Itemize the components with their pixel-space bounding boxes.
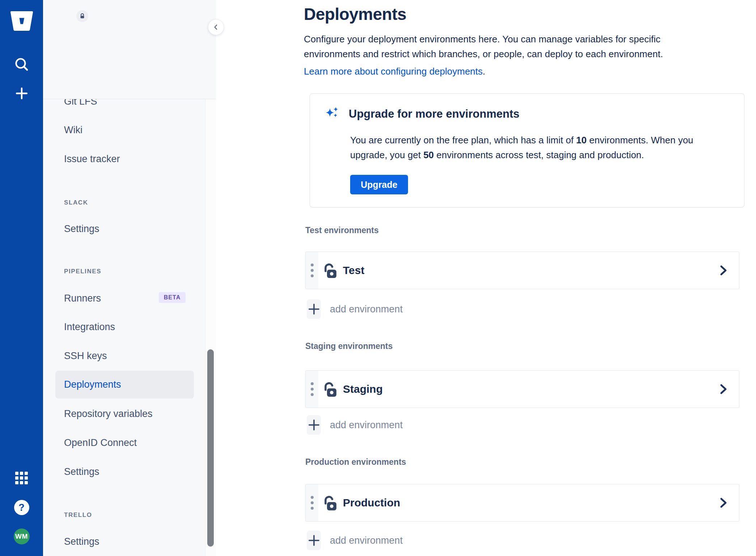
sidebar-item-runners[interactable]: Runners	[64, 291, 101, 306]
drag-handle[interactable]	[306, 371, 318, 408]
upgrade-card-body: You are currently on the free plan, whic…	[350, 133, 714, 163]
bitbucket-logo-icon	[10, 10, 33, 31]
sidebar-item-repository-variables[interactable]: Repository variables	[64, 407, 153, 421]
plus-icon	[307, 531, 321, 550]
plus-icon	[15, 87, 29, 100]
lock-icon	[79, 13, 85, 19]
sidebar-item-label: Wiki	[64, 125, 82, 136]
plus-icon	[307, 299, 321, 319]
sidebar-section-label: SLACK	[64, 199, 88, 206]
add-environment-button-production[interactable]: add environment	[305, 531, 403, 550]
sidebar-item-label: Repository variables	[64, 408, 153, 420]
search-button[interactable]	[0, 56, 43, 73]
add-environment-label: add environment	[330, 420, 403, 431]
chevron-left-icon	[212, 24, 220, 31]
page-title: Deployments	[304, 4, 406, 24]
sparkles-icon	[323, 106, 340, 125]
sidebar-item-ssh-keys[interactable]: SSH keys	[64, 349, 107, 363]
sidebar-item-deployments[interactable]: Deployments	[55, 371, 194, 399]
chevron-right-icon[interactable]	[719, 384, 727, 395]
beta-badge: BETA	[159, 292, 186, 303]
apps-grid-icon	[15, 472, 28, 484]
staging-environments-label: Staging environments	[305, 341, 393, 351]
sidebar-item-integrations[interactable]: Integrations	[64, 320, 115, 334]
unlock-icon	[321, 262, 338, 279]
page-description: Configure your deployment environments h…	[304, 32, 714, 62]
bitbucket-deployments-page: ? WM Git LFS Wiki Issue tracker SLACK Se…	[0, 0, 756, 556]
environment-row-staging[interactable]: Staging	[305, 370, 739, 408]
link-suffix: .	[483, 66, 485, 77]
collapse-sidebar-button[interactable]	[208, 19, 224, 35]
drag-handle[interactable]	[306, 484, 318, 521]
sidebar-section-trello: TRELLO	[64, 511, 92, 519]
sidebar-item-label: Settings	[64, 466, 99, 477]
sidebar-item-label: SSH keys	[64, 350, 107, 362]
avatar: WM	[14, 528, 30, 544]
environment-name: Production	[343, 497, 400, 509]
environment-row-production[interactable]: Production	[305, 484, 739, 522]
chevron-right-icon[interactable]	[719, 265, 727, 276]
sidebar-item-label: Integrations	[64, 321, 115, 333]
env-limit-free: 10	[576, 135, 587, 146]
unlock-icon	[321, 381, 338, 397]
plus-icon	[307, 415, 321, 435]
upgrade-card-heading: Upgrade for more environments	[349, 108, 519, 121]
profile-avatar-button[interactable]: WM	[0, 528, 43, 544]
sidebar-item-label: OpenID Connect	[64, 437, 137, 448]
sidebar-scrollbar-thumb[interactable]	[207, 349, 214, 547]
environment-name: Staging	[343, 383, 383, 395]
global-nav-rail: ? WM	[0, 0, 43, 556]
sidebar-section-slack: SLACK	[64, 198, 88, 207]
help-icon: ?	[14, 500, 29, 515]
sidebar-item-wiki[interactable]: Wiki	[64, 123, 82, 137]
search-icon	[14, 56, 30, 72]
drag-handle[interactable]	[306, 252, 318, 289]
learn-more-line: Learn more about configuring deployments…	[304, 66, 485, 77]
upgrade-button[interactable]: Upgrade	[350, 175, 408, 194]
add-environment-button-test[interactable]: add environment	[305, 299, 403, 319]
production-environments-label: Production environments	[305, 457, 406, 467]
sidebar-item-label: Deployments	[64, 379, 121, 390]
sidebar-item-slack-settings[interactable]: Settings	[64, 222, 99, 236]
sidebar-section-label: PIPELINES	[64, 268, 101, 275]
sidebar-item-label: Settings	[64, 536, 99, 547]
help-button[interactable]: ?	[0, 500, 43, 515]
add-environment-label: add environment	[330, 535, 403, 546]
bitbucket-logo[interactable]	[0, 9, 43, 33]
sidebar-item-openid-connect[interactable]: OpenID Connect	[64, 435, 137, 450]
sidebar-item-label: Runners	[64, 293, 101, 304]
env-limit-paid: 50	[423, 149, 434, 160]
sidebar-item-trello-settings[interactable]: Settings	[64, 534, 99, 549]
unlock-icon	[321, 494, 338, 511]
sidebar-header	[43, 0, 216, 99]
environment-row-test[interactable]: Test	[305, 252, 739, 289]
private-repo-lock-badge	[76, 10, 88, 22]
test-environments-label: Test environments	[305, 226, 379, 235]
chevron-right-icon[interactable]	[719, 497, 727, 508]
add-environment-button-staging[interactable]: add environment	[305, 415, 403, 435]
sidebar-item-label: Issue tracker	[64, 153, 120, 165]
sidebar-item-pipelines-settings[interactable]: Settings	[64, 464, 99, 479]
sidebar-item-label: Settings	[64, 223, 99, 235]
environment-name: Test	[343, 264, 364, 277]
sidebar-section-pipelines: PIPELINES	[64, 267, 101, 276]
create-button[interactable]	[0, 86, 43, 101]
sidebar-section-label: TRELLO	[64, 511, 92, 519]
apps-switcher-button[interactable]	[0, 471, 43, 484]
sidebar-item-issue-tracker[interactable]: Issue tracker	[64, 152, 120, 166]
add-environment-label: add environment	[330, 304, 403, 315]
learn-more-link[interactable]: Learn more about configuring deployments	[304, 66, 483, 77]
